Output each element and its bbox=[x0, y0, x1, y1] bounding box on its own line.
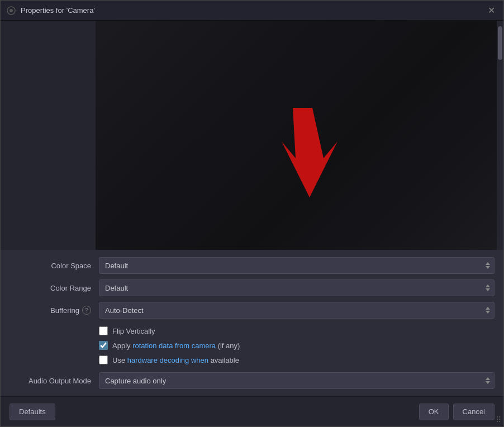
flip-vertically-item: Flip Vertically bbox=[99, 324, 495, 338]
color-range-label: Color Range bbox=[9, 284, 99, 292]
audio-output-label: Audio Output Mode bbox=[9, 377, 99, 385]
color-space-control[interactable]: Default sRGB Rec. 709 Rec. 2020 bbox=[99, 257, 495, 274]
cancel-button[interactable]: Cancel bbox=[453, 404, 495, 420]
title-bar: Properties for 'Camera' ✕ bbox=[1, 1, 503, 21]
buffering-help-icon[interactable]: ? bbox=[82, 306, 91, 315]
color-space-select[interactable]: Default sRGB Rec. 709 Rec. 2020 bbox=[99, 257, 495, 274]
flip-vertically-label[interactable]: Flip Vertically bbox=[112, 327, 155, 335]
arrow-overlay bbox=[276, 108, 343, 199]
buffering-label: Buffering ? bbox=[9, 306, 99, 315]
ok-button[interactable]: OK bbox=[419, 404, 449, 420]
dialog-properties: Properties for 'Camera' ✕ bbox=[0, 0, 504, 427]
preview-left-panel bbox=[1, 21, 96, 250]
color-space-label: Color Space bbox=[9, 262, 99, 270]
resize-handle[interactable]: ⠿ bbox=[496, 415, 501, 424]
bottom-bar-left: Defaults bbox=[9, 404, 419, 420]
hardware-decoding-label[interactable]: Use hardware decoding when available bbox=[112, 356, 239, 364]
apply-rotation-checkbox[interactable] bbox=[99, 341, 108, 350]
flip-vertically-checkbox[interactable] bbox=[99, 326, 108, 335]
apply-rotation-item: Apply rotation data from camera (if any) bbox=[99, 338, 495, 353]
audio-output-control[interactable]: Capture audio only Output to custom audi… bbox=[99, 372, 495, 389]
dialog-title: Properties for 'Camera' bbox=[21, 6, 484, 15]
color-space-row: Color Space Default sRGB Rec. 709 Rec. 2… bbox=[1, 254, 503, 277]
color-range-control[interactable]: Default Limited Full bbox=[99, 279, 495, 296]
buffering-row: Buffering ? Auto-Detect Enable Disable bbox=[1, 299, 503, 321]
close-button[interactable]: ✕ bbox=[484, 4, 498, 17]
hardware-decoding-checkbox[interactable] bbox=[99, 355, 108, 364]
properties-section: Color Space Default sRGB Rec. 709 Rec. 2… bbox=[1, 250, 503, 396]
app-icon bbox=[6, 6, 16, 16]
audio-output-row: Audio Output Mode Capture audio only Out… bbox=[1, 369, 503, 392]
scrollbar-area bbox=[497, 21, 503, 250]
checkboxes-section: Flip Vertically Apply rotation data from… bbox=[1, 321, 503, 369]
svg-marker-3 bbox=[282, 108, 337, 197]
audio-output-select[interactable]: Capture audio only Output to custom audi… bbox=[99, 372, 495, 389]
preview-area bbox=[1, 21, 503, 250]
preview-video bbox=[96, 21, 497, 250]
color-range-select[interactable]: Default Limited Full bbox=[99, 279, 495, 296]
defaults-button[interactable]: Defaults bbox=[9, 404, 55, 420]
bottom-bar: Defaults OK Cancel bbox=[1, 396, 503, 426]
apply-rotation-label[interactable]: Apply rotation data from camera (if any) bbox=[112, 341, 240, 350]
scrollbar-thumb[interactable] bbox=[498, 26, 502, 60]
preview-video-inner bbox=[96, 21, 497, 250]
hardware-decoding-item: Use hardware decoding when available bbox=[99, 353, 495, 367]
svg-point-1 bbox=[9, 9, 13, 12]
color-range-row: Color Range Default Limited Full bbox=[1, 277, 503, 299]
buffering-control[interactable]: Auto-Detect Enable Disable bbox=[99, 302, 495, 319]
buffering-select[interactable]: Auto-Detect Enable Disable bbox=[99, 302, 495, 319]
